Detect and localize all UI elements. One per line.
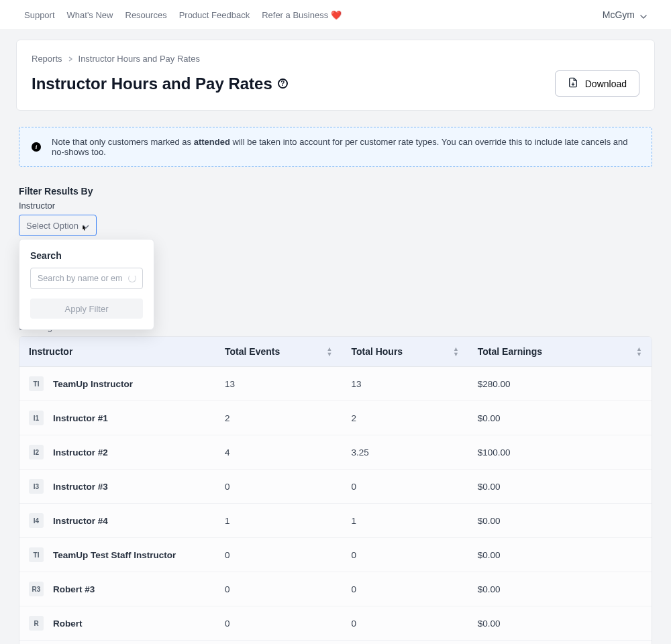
cell-earnings: $0.00 bbox=[468, 538, 652, 572]
nav-product-feedback[interactable]: Product Feedback bbox=[179, 10, 250, 20]
cell-events: 1 bbox=[215, 504, 342, 538]
table-row[interactable]: BBea117.50$113.00 bbox=[19, 641, 652, 645]
cell-earnings: $0.00 bbox=[468, 572, 652, 606]
sort-icon: ▲▼ bbox=[636, 346, 642, 357]
chevron-down-icon bbox=[640, 11, 647, 18]
search-input[interactable] bbox=[30, 268, 143, 289]
col-hours-label: Total Hours bbox=[351, 346, 403, 357]
loading-spinner-icon bbox=[128, 274, 136, 282]
col-earnings-label: Total Earnings bbox=[478, 346, 542, 357]
table-row[interactable]: RRobert00$0.00 bbox=[19, 606, 652, 641]
chevron-right-icon bbox=[68, 54, 73, 64]
cell-events: 2 bbox=[215, 401, 342, 435]
avatar: I1 bbox=[29, 411, 44, 425]
cell-earnings: $0.00 bbox=[468, 606, 652, 641]
results-table: Instructor Total Events ▲▼ Total Hours ▲… bbox=[19, 336, 652, 644]
nav-support[interactable]: Support bbox=[24, 10, 55, 20]
account-name: McGym bbox=[603, 9, 635, 20]
cell-earnings: $0.00 bbox=[468, 401, 652, 435]
filter-label: Instructor bbox=[19, 201, 652, 211]
table-row[interactable]: R3Robert #300$0.00 bbox=[19, 572, 652, 606]
download-label: Download bbox=[585, 78, 627, 89]
info-banner: i Note that only customers marked as att… bbox=[19, 127, 652, 167]
instructor-name: Instructor #1 bbox=[53, 413, 108, 423]
cell-events: 13 bbox=[215, 367, 342, 401]
breadcrumb: Reports Instructor Hours and Pay Rates bbox=[32, 54, 639, 64]
cell-hours: 13 bbox=[342, 367, 468, 401]
col-total-earnings[interactable]: Total Earnings ▲▼ bbox=[468, 337, 652, 367]
avatar: R bbox=[29, 616, 44, 631]
table-row[interactable]: TITeamUp Instructor1313$280.00 bbox=[19, 367, 652, 401]
account-switcher[interactable]: McGym bbox=[603, 9, 647, 20]
avatar: R3 bbox=[29, 582, 44, 596]
table-row[interactable]: I4Instructor #411$0.00 bbox=[19, 504, 652, 538]
cell-earnings: $0.00 bbox=[468, 504, 652, 538]
help-icon[interactable]: ? bbox=[278, 78, 288, 89]
info-prefix: Note that only customers marked as bbox=[52, 137, 194, 147]
breadcrumb-current: Instructor Hours and Pay Rates bbox=[79, 54, 200, 64]
nav-resources[interactable]: Resources bbox=[125, 10, 167, 20]
sort-icon: ▲▼ bbox=[326, 346, 332, 357]
topbar: Support What's New Resources Product Fee… bbox=[0, 0, 671, 30]
col-total-hours[interactable]: Total Hours ▲▼ bbox=[342, 337, 468, 367]
download-button[interactable]: Download bbox=[555, 70, 639, 97]
topbar-nav: Support What's New Resources Product Fee… bbox=[24, 10, 342, 20]
instructor-name: Robert bbox=[53, 619, 83, 629]
cell-hours: 2 bbox=[342, 401, 468, 435]
instructor-name: Instructor #3 bbox=[53, 482, 108, 492]
instructor-name: TeamUp Instructor bbox=[53, 379, 133, 389]
cell-earnings: $100.00 bbox=[468, 435, 652, 470]
table-row[interactable]: I3Instructor #300$0.00 bbox=[19, 470, 652, 504]
cell-events: 0 bbox=[215, 538, 342, 572]
cell-events: 0 bbox=[215, 606, 342, 641]
col-total-events[interactable]: Total Events ▲▼ bbox=[215, 337, 342, 367]
cell-hours: 0 bbox=[342, 470, 468, 504]
cell-hours: 1 bbox=[342, 504, 468, 538]
instructor-name: Instructor #4 bbox=[53, 516, 108, 526]
page-title-text: Instructor Hours and Pay Rates bbox=[32, 74, 272, 93]
table-row[interactable]: I2Instructor #243.25$100.00 bbox=[19, 435, 652, 470]
instructor-select[interactable]: Select Option bbox=[19, 215, 97, 236]
avatar: TI bbox=[29, 376, 44, 391]
cell-hours: 0 bbox=[342, 538, 468, 572]
avatar: I2 bbox=[29, 445, 44, 460]
cell-hours: 0 bbox=[342, 606, 468, 641]
cell-hours: 7.50 bbox=[342, 641, 468, 645]
table-row[interactable]: I1Instructor #122$0.00 bbox=[19, 401, 652, 435]
filter-section: Filter Results By Instructor Select Opti… bbox=[19, 186, 652, 236]
col-events-label: Total Events bbox=[225, 346, 280, 357]
cell-hours: 0 bbox=[342, 572, 468, 606]
col-instructor-label: Instructor bbox=[29, 346, 72, 357]
avatar: I4 bbox=[29, 513, 44, 528]
cell-events: 0 bbox=[215, 470, 342, 504]
instructor-name: TeamUp Test Staff Instructor bbox=[53, 550, 176, 560]
col-instructor[interactable]: Instructor bbox=[19, 337, 215, 367]
info-text: Note that only customers marked as atten… bbox=[52, 137, 639, 157]
dropdown-search-label: Search bbox=[30, 250, 143, 261]
page-title: Instructor Hours and Pay Rates ? bbox=[32, 74, 288, 93]
avatar: TI bbox=[29, 547, 44, 562]
nav-whats-new[interactable]: What's New bbox=[67, 10, 113, 20]
table-row[interactable]: TITeamUp Test Staff Instructor00$0.00 bbox=[19, 538, 652, 572]
instructor-name: Robert #3 bbox=[53, 584, 95, 594]
cell-earnings: $0.00 bbox=[468, 470, 652, 504]
cell-earnings: $113.00 bbox=[468, 641, 652, 645]
avatar: I3 bbox=[29, 479, 44, 494]
apply-filter-button[interactable]: Apply Filter bbox=[30, 299, 143, 319]
chevron-down-icon bbox=[83, 222, 89, 229]
breadcrumb-reports[interactable]: Reports bbox=[32, 54, 62, 64]
cell-earnings: $280.00 bbox=[468, 367, 652, 401]
nav-refer-business[interactable]: Refer a Business ❤️ bbox=[262, 10, 342, 20]
instructor-name: Instructor #2 bbox=[53, 447, 108, 458]
info-bold: attended bbox=[194, 137, 230, 147]
cell-events: 0 bbox=[215, 572, 342, 606]
instructor-dropdown: Search Apply Filter bbox=[19, 239, 154, 330]
select-placeholder: Select Option bbox=[26, 221, 79, 231]
info-icon: i bbox=[32, 142, 41, 152]
cell-events: 4 bbox=[215, 435, 342, 470]
filter-title: Filter Results By bbox=[19, 186, 652, 197]
download-icon bbox=[568, 77, 578, 90]
sort-icon: ▲▼ bbox=[453, 346, 459, 357]
cell-events: 11 bbox=[215, 641, 342, 645]
page-header: Reports Instructor Hours and Pay Rates I… bbox=[16, 40, 655, 111]
